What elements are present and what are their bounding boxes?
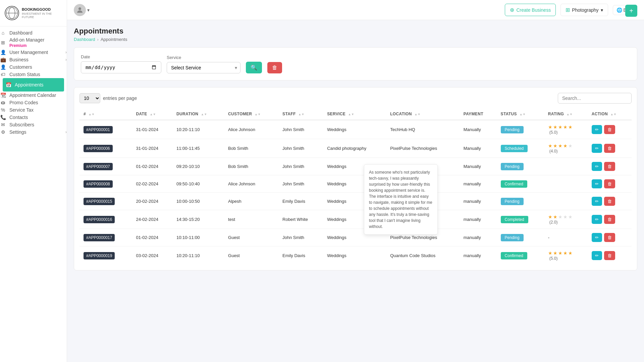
cell-action: ✏ 🗑 [588,246,632,265]
star-filled: ★ [558,124,562,130]
sidebar-item-user-management[interactable]: 👤 User Management › [0,49,67,56]
cell-staff: Emily Davis [278,246,323,265]
gear-icon: ⚙ [0,129,6,135]
sidebar-item-appointments[interactable]: 📅 Appointments [3,78,64,92]
edit-button[interactable]: ✏ [592,162,602,171]
table-toolbar: 10 25 50 100 entries per page [79,93,632,104]
cell-action: ✏ 🗑 [588,210,632,229]
cell-id: #APP0000017 [79,229,132,246]
sidebar-item-service-tax[interactable]: % Service Tax [0,106,67,114]
cell-customer: Bob Smith [224,158,278,175]
sidebar-item-promo-codes[interactable]: 🎟 Promo Codes [0,99,67,106]
edit-button[interactable]: ✏ [592,215,602,224]
cell-payment: manually [460,229,497,246]
sort-action[interactable]: ▲▼ [610,113,617,116]
edit-button[interactable]: ✏ [592,144,602,153]
cell-rating: ★★★★★(5.0) [544,120,588,139]
trash-icon: 🗑 [272,65,277,70]
date-label: Date [81,54,161,59]
status-badge: Completed [501,216,528,223]
sidebar-item-custom-status[interactable]: 🏷 Custom Status [0,71,67,78]
cell-action: ✏ 🗑 [588,193,632,210]
sort-staff[interactable]: ▲▼ [298,113,305,116]
delete-button[interactable]: 🗑 [604,179,615,188]
edit-button[interactable]: ✏ [592,125,602,134]
premium-badge: Premium [9,43,26,48]
sidebar-item-contacts[interactable]: 📞 Contacts [0,114,67,121]
sort-status[interactable]: ▲▼ [520,113,526,116]
cell-payment: manually [460,210,497,229]
cell-payment: manually [460,175,497,193]
cell-duration: 10:10-11:00 [172,229,224,246]
user-icon: 👤 [0,49,6,55]
star-filled: ★ [563,124,568,130]
sort-rating[interactable]: ▲▼ [567,113,573,116]
user-avatar[interactable] [74,4,86,16]
cell-customer: test [224,210,278,229]
edit-button[interactable]: ✏ [592,251,602,260]
delete-button[interactable]: 🗑 [604,215,615,224]
delete-button[interactable]: 🗑 [604,162,615,171]
sidebar-item-customers[interactable]: 👤 Customers [0,63,67,71]
sort-id[interactable]: ▲▼ [89,113,95,116]
photography-button[interactable]: ⊞ Photography ▾ [560,4,608,16]
sort-service[interactable]: ▲▼ [348,113,355,116]
sidebar-item-dashboard[interactable]: ⌂ Dashboard [0,29,67,37]
cell-duration: 10:00-10:50 [172,193,224,210]
user-dropdown-arrow[interactable]: ▾ [87,7,90,13]
sort-location[interactable]: ▲▼ [415,113,421,116]
edit-button[interactable]: ✏ [592,233,602,242]
cell-staff: John Smith [278,139,323,158]
cell-staff: John Smith [278,158,323,175]
sidebar-item-addon[interactable]: ⊞ Add-on ManagerPremium [0,37,67,49]
col-action: ACTION ▲▼ [588,108,632,120]
sidebar-item-settings[interactable]: ⚙ Settings › [0,128,67,136]
cell-date: 01-02-2024 [132,158,172,175]
star-empty: ★ [568,214,573,220]
star-empty: ★ [563,214,568,220]
cell-customer: Alpesh [224,193,278,210]
action-buttons: ✏ 🗑 [592,251,628,260]
sidebar-label-custom-status: Custom Status [9,72,67,77]
delete-button[interactable]: 🗑 [604,125,615,134]
sidebar-item-appointment-calendar[interactable]: 📆 Appointment Calendar [0,92,67,99]
sidebar-label-appointment-calendar: Appointment Calendar [9,93,67,98]
cell-duration: 10:20-11:10 [172,246,224,265]
filter-clear-button[interactable]: 🗑 [267,62,282,73]
entries-select[interactable]: 10 25 50 100 [79,93,100,103]
delete-button[interactable]: 🗑 [604,197,615,206]
cell-rating: ★★★★★(5.0) [544,246,588,265]
tooltip-text: As someone who's not particularly tech-s… [369,170,432,229]
cell-rating [544,193,588,210]
sidebar-label-appointments: Appointments [15,82,61,87]
cell-rating: ★★★★★(4.0) [544,139,588,158]
create-business-button[interactable]: ⊕ Create Business [505,4,556,16]
col-location: LOCATION ▲▼ [386,108,460,120]
chevron-right-icon-3: › [65,130,67,134]
cell-status: Pending [497,120,544,139]
edit-button[interactable]: ✏ [592,197,602,206]
sort-date[interactable]: ▲▼ [150,113,156,116]
star-filled: ★ [548,250,552,256]
sort-duration[interactable]: ▲▼ [201,113,207,116]
filter-search-button[interactable]: 🔍 [246,62,262,73]
sidebar-label-customers: Customers [9,64,67,70]
breadcrumb-home[interactable]: Dashboard [74,37,95,42]
delete-button[interactable]: 🗑 [604,144,615,153]
date-input[interactable] [81,61,161,73]
sort-customer[interactable]: ▲▼ [255,113,261,116]
cell-customer: Alice Johnson [224,120,278,139]
chevron-right-icon-2: › [65,57,67,62]
edit-button[interactable]: ✏ [592,179,602,188]
search-input[interactable] [558,93,632,104]
service-select[interactable]: Select Service Weddings Candid photograp… [167,62,240,73]
table-row: #APP000001 31-01-2024 10:20-11:10 Alice … [79,120,632,139]
delete-button[interactable]: 🗑 [604,233,615,242]
top-bar: ▾ ⊕ Create Business ⊞ Photography ▾ 🌐 EN… [67,0,644,20]
delete-button[interactable]: 🗑 [604,251,615,260]
sidebar-item-business[interactable]: 💼 Business › [0,56,67,63]
logo-icon [5,5,19,21]
page-header: Appointments Dashboard › Appointments [74,27,637,42]
sidebar-item-subscribers[interactable]: ✉ Subscribers [0,121,67,128]
page-title: Appointments [74,27,637,36]
